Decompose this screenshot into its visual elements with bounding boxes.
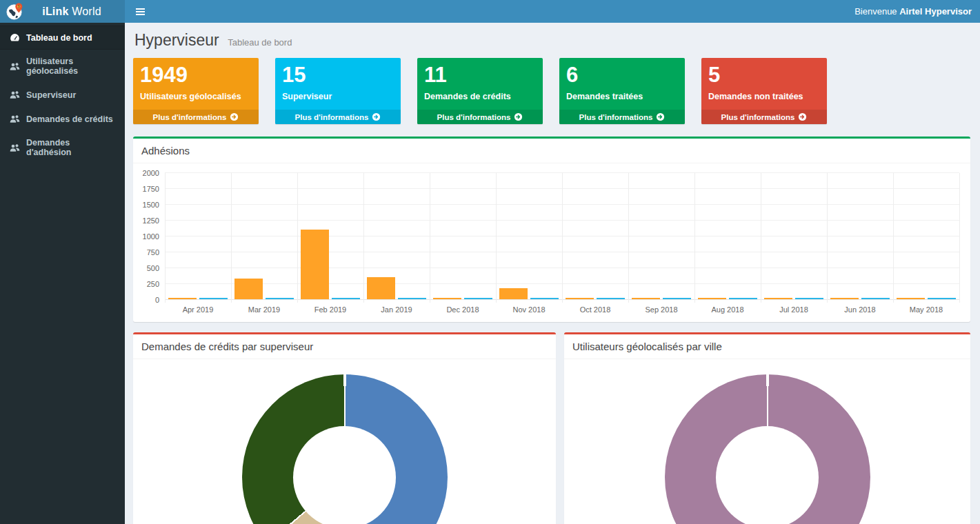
- y-axis-tick-label: 0: [140, 296, 159, 304]
- main-content: Hyperviseur Tableau de bord 1949 Utilisa…: [125, 23, 980, 524]
- brand[interactable]: $ iLink World: [0, 0, 125, 23]
- sidebar-item-demandes-d-adhesion[interactable]: Demandes d'adhésion: [0, 131, 125, 164]
- x-axis-tick-label: Feb 2019: [297, 305, 363, 314]
- bar-blue-may-2018[interactable]: [928, 298, 955, 299]
- x-axis-tick-label: Sep 2018: [628, 305, 694, 314]
- x-axis-tick-label: Aug 2018: [694, 305, 761, 314]
- bar-blue-apr-2019[interactable]: [199, 298, 227, 299]
- bar-orange-nov-2018[interactable]: [499, 288, 527, 299]
- credits-by-supervisor-box: Demandes de crédits par superviseur: [133, 332, 556, 524]
- bar-orange-dec-2018[interactable]: [433, 298, 461, 299]
- top-navbar: Bienvenue Airtel Hypervisor: [125, 0, 980, 23]
- gridline: [827, 173, 828, 303]
- welcome-prefix: Bienvenue: [854, 6, 897, 17]
- y-axis-tick-label: 1250: [140, 216, 159, 225]
- gridline: [496, 173, 497, 303]
- box-title: Adhésions: [133, 139, 970, 163]
- bar-blue-feb-2019[interactable]: [332, 298, 359, 299]
- page-header: Hyperviseur Tableau de bord: [133, 23, 970, 57]
- stat-label: Demandes traitées: [566, 92, 678, 101]
- credits-by-supervisor-donut-chart[interactable]: [242, 374, 448, 524]
- stat-cards-row: 1949 Utilisateurs géolocalisés Plus d'in…: [133, 58, 970, 124]
- plot-area[interactable]: Apr 2019Mar 2019Feb 2019Jan 2019Dec 2018…: [165, 173, 959, 300]
- sidebar-item-label: Demandes d'adhésion: [26, 138, 115, 157]
- stat-value: 15: [282, 63, 394, 88]
- svg-text:$: $: [18, 5, 20, 8]
- bar-blue-oct-2018[interactable]: [597, 298, 624, 299]
- sidebar-item-tableau-de-bord[interactable]: Tableau de bord: [0, 26, 125, 50]
- gridline: [165, 173, 166, 303]
- more-info-link[interactable]: Plus d'informations: [559, 110, 685, 124]
- more-info-label: Plus d'informations: [153, 113, 227, 121]
- bar-blue-mar-2019[interactable]: [266, 298, 293, 299]
- more-info-link[interactable]: Plus d'informations: [417, 110, 543, 124]
- users-icon: [10, 114, 20, 124]
- bar-blue-dec-2018[interactable]: [464, 298, 492, 299]
- box-title: Utilisateurs géolocalisés par ville: [564, 334, 970, 359]
- bar-blue-aug-2018[interactable]: [729, 298, 757, 299]
- box-title: Demandes de crédits par superviseur: [133, 334, 556, 359]
- stat-card-superviseur: 15 Superviseur Plus d'informations: [275, 58, 401, 124]
- sidebar-item-utilisateurs-geolocalises[interactable]: Utilisateurs géolocalisés: [0, 50, 125, 83]
- stat-label: Demandes non traitées: [708, 92, 820, 101]
- bar-orange-oct-2018[interactable]: [566, 298, 593, 299]
- more-info-link[interactable]: Plus d'informations: [275, 110, 401, 124]
- stat-card-demandes-de-credits: 11 Demandes de crédits Plus d'informatio…: [417, 58, 543, 124]
- bar-blue-jul-2018[interactable]: [795, 298, 823, 299]
- stat-card-demandes-non-traitees: 5 Demandes non traitées Plus d'informati…: [701, 58, 827, 124]
- gridline: [562, 173, 563, 303]
- bar-orange-aug-2018[interactable]: [698, 298, 726, 299]
- bar-orange-mar-2019[interactable]: [234, 279, 262, 299]
- y-axis-tick-label: 2000: [140, 169, 159, 177]
- bar-orange-apr-2019[interactable]: [168, 298, 196, 299]
- more-info-link[interactable]: Plus d'informations: [133, 110, 259, 124]
- bar-orange-jan-2019[interactable]: [367, 277, 394, 299]
- donut-charts-row: Demandes de crédits par superviseur Util…: [133, 332, 970, 524]
- users-by-city-donut-chart[interactable]: [665, 374, 870, 524]
- bar-orange-sep-2018[interactable]: [632, 298, 659, 299]
- gridline: [959, 173, 960, 303]
- page-title: Hyperviseur: [134, 31, 219, 49]
- bar-orange-feb-2019[interactable]: [301, 230, 328, 299]
- y-axis-tick-label: 1500: [140, 201, 159, 209]
- stat-value: 1949: [140, 63, 252, 88]
- bar-orange-may-2018[interactable]: [897, 298, 924, 299]
- hamburger-icon[interactable]: [125, 0, 155, 23]
- more-info-link[interactable]: Plus d'informations: [701, 110, 827, 124]
- sidebar-item-label: Tableau de bord: [26, 33, 92, 43]
- gridline: [430, 173, 430, 303]
- sidebar-item-label: Superviseur: [26, 90, 76, 100]
- y-axis-tick-label: 750: [140, 248, 159, 256]
- users-by-city-box: Utilisateurs géolocalisés par ville: [564, 332, 970, 524]
- x-axis-tick-label: Jan 2019: [363, 305, 430, 314]
- gridline: [297, 173, 298, 303]
- bar-blue-nov-2018[interactable]: [530, 298, 558, 299]
- bar-orange-jun-2018[interactable]: [830, 298, 858, 299]
- bar-blue-jun-2018[interactable]: [861, 298, 889, 299]
- arrow-circle-right-icon: [372, 112, 381, 121]
- welcome-user[interactable]: Bienvenue Airtel Hypervisor: [854, 6, 980, 17]
- x-axis-tick-label: Apr 2019: [165, 305, 231, 314]
- more-info-label: Plus d'informations: [437, 113, 511, 121]
- gridline: [231, 173, 232, 303]
- x-axis-tick-label: Jul 2018: [761, 305, 827, 314]
- stat-value: 6: [566, 63, 678, 88]
- bar-blue-sep-2018[interactable]: [663, 298, 690, 299]
- adhesions-bar-chart[interactable]: 025050075010001250150017502000Apr 2019Ma…: [140, 170, 963, 315]
- sidebar-item-demandes-de-credits[interactable]: Demandes de crédits: [0, 107, 125, 131]
- gridline: [628, 173, 629, 303]
- stat-label: Demandes de crédits: [424, 92, 536, 101]
- bar-blue-jan-2019[interactable]: [398, 298, 426, 299]
- stat-card-demandes-traitees: 6 Demandes traitées Plus d'informations: [559, 58, 685, 124]
- sidebar-item-superviseur[interactable]: Superviseur: [0, 83, 125, 107]
- brand-name: iLink World: [24, 6, 119, 18]
- y-axis-tick-label: 500: [140, 264, 159, 272]
- arrow-circle-right-icon: [230, 112, 239, 121]
- x-axis-tick-label: Jun 2018: [827, 305, 893, 314]
- stat-value: 5: [708, 63, 820, 88]
- stat-label: Utilisateurs géolocalisés: [140, 92, 252, 101]
- stat-card-utilisateurs-geolocalises: 1949 Utilisateurs géolocalisés Plus d'in…: [133, 58, 259, 124]
- bar-orange-jul-2018[interactable]: [764, 298, 792, 299]
- arrow-circle-right-icon: [514, 112, 523, 121]
- sidebar: $ iLink World Tableau de bord Utilisateu…: [0, 0, 125, 524]
